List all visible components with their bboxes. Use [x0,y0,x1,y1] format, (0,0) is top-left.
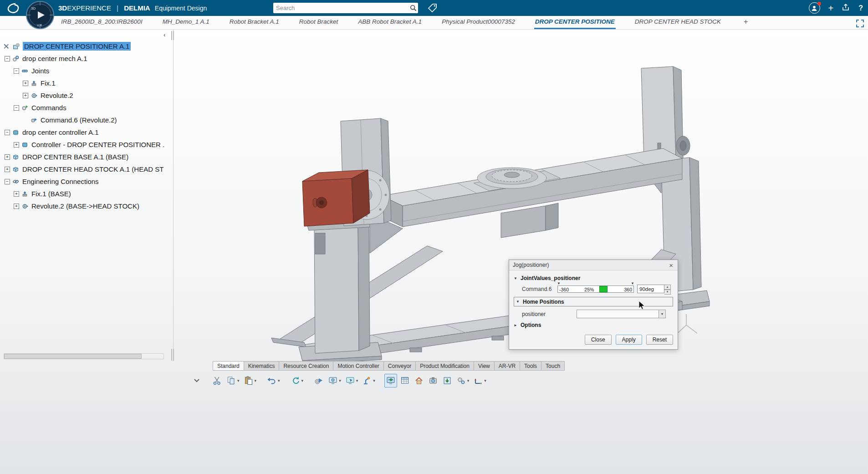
collapse-panel-icon[interactable]: ‹ [163,31,165,38]
spin-up-icon[interactable]: ▲ [664,285,671,290]
robot-task-icon[interactable]: ▾ [361,374,377,387]
mechanism-player-icon[interactable] [312,374,325,387]
tree-item-label[interactable]: Command.6 (Revolute.2) [41,116,117,124]
dropdown-arrow-icon[interactable]: ▾ [484,378,486,383]
save-state-icon[interactable] [441,374,454,387]
tree-item[interactable]: +DROP CENTER HEAD STOCK A.1 (HEAD ST [0,163,173,175]
ribbon-tab-view[interactable]: View [474,361,494,371]
paste-icon[interactable]: ▾ [242,374,258,387]
update-icon[interactable]: ▾ [289,374,305,387]
copy-icon[interactable]: ▾ [225,374,241,387]
tree-item-label[interactable]: Revolute.2 (BASE->HEAD STOCK) [31,202,139,210]
tree-item-label[interactable]: Commands [31,104,66,112]
tree-item-label[interactable]: Revolute.2 [41,92,73,99]
home-position-dropdown[interactable]: ▼ [577,310,666,318]
share-icon[interactable] [842,3,850,13]
tag-icon[interactable] [427,3,438,14]
splitter-grip[interactable] [171,349,172,361]
tree-item[interactable]: −Joints [0,65,173,77]
teach-icon[interactable]: ▾ [344,374,360,387]
tree-item[interactable]: +DROP CENTER BASE A.1 (BASE) [0,151,173,163]
joint-values-section-header[interactable]: ▼ JointValues_positioner [514,275,673,281]
dropdown-arrow-icon[interactable]: ▾ [467,378,470,383]
tree-item-label[interactable]: drop center mech A.1 [22,55,87,62]
tree-item-label[interactable]: Engineering Connections [22,178,99,185]
3ds-logo[interactable] [4,1,23,15]
document-tab[interactable]: Robot Bracket A.1 [229,15,280,29]
compass-widget[interactable]: 3D V.R [26,0,55,30]
tree-item-label[interactable]: DROP CENTER HEAD STOCK A.1 (HEAD ST [22,165,163,173]
dropdown-arrow-icon[interactable]: ▾ [278,378,280,383]
collapse-minus-icon[interactable]: − [5,130,10,135]
frame-axes-icon[interactable]: ▾ [472,374,488,387]
command-slider[interactable]: ▼ ▼ -360 25% 360 [557,285,634,293]
ribbon-tab-conveyor[interactable]: Conveyor [383,361,415,371]
toolbar-overflow-icon[interactable] [190,374,203,387]
ribbon-tab-touch[interactable]: Touch [541,361,565,371]
document-tab[interactable]: IRB_2600ID_8_200:IRB2600I [60,15,143,29]
help-icon[interactable]: ? [858,4,863,12]
search-input[interactable] [273,3,408,13]
dropdown-arrow-icon[interactable]: ▾ [339,378,341,383]
tree-item-label[interactable]: Controller - DROP CENTER POSITIONER . [31,141,164,148]
reset-button[interactable]: Reset [646,335,673,345]
snapshot-icon[interactable] [427,374,439,387]
document-tab[interactable]: ABB Robot Bracket A.1 [357,15,423,29]
options-section-header[interactable]: ► Options [514,322,673,328]
collapse-minus-icon[interactable]: − [14,105,19,111]
fullscreen-icon[interactable] [856,19,864,28]
tree-item-label[interactable]: Joints [31,67,49,75]
ribbon-tab-resource-creation[interactable]: Resource Creation [279,361,333,371]
collapse-minus-icon[interactable]: − [5,179,10,184]
joint-table-icon[interactable] [398,374,411,387]
add-content-icon[interactable]: + [828,4,834,13]
close-button[interactable]: Close [585,335,612,345]
tree-item[interactable]: Command.6 (Revolute.2) [0,114,173,126]
hscrollbar-thumb[interactable] [4,354,142,359]
splitter-grip[interactable] [173,31,174,40]
ribbon-tab-motion-controller[interactable]: Motion Controller [333,361,383,371]
home-position-icon[interactable] [413,374,425,387]
collapse-minus-icon[interactable]: − [14,68,19,74]
tree-hscrollbar[interactable] [4,353,164,359]
tree-item[interactable]: +Controller - DROP CENTER POSITIONER . [0,138,173,151]
expand-plus-icon[interactable]: + [14,191,19,197]
ribbon-tab-product-modification[interactable]: Product Modification [415,361,474,371]
chevron-down-icon[interactable]: ▼ [659,310,665,318]
search-icon[interactable] [408,3,418,13]
tree-item-label[interactable]: Fix.1 (BASE) [31,190,71,198]
tree-item[interactable]: +Fix.1 [0,77,173,89]
undo-icon[interactable]: ▾ [266,374,281,387]
dropdown-arrow-icon[interactable]: ▾ [301,378,304,383]
dropdown-arrow-icon[interactable]: ▾ [356,378,358,383]
expand-plus-icon[interactable]: + [5,154,10,160]
expand-plus-icon[interactable]: + [14,204,19,209]
ribbon-tab-kinematics[interactable]: Kinematics [244,361,279,371]
cut-icon[interactable] [211,374,224,387]
tree-item-label[interactable]: DROP CENTER BASE A.1 (BASE) [22,153,128,161]
tree-item-label[interactable]: drop center controller A.1 [22,128,99,136]
user-avatar-icon[interactable] [809,2,820,14]
document-tab[interactable]: Robot Bracket [298,15,339,29]
expand-plus-icon[interactable]: + [23,81,28,86]
splitter-grip[interactable] [173,349,174,361]
jog-mechanism-icon[interactable] [384,374,397,387]
dropdown-arrow-icon[interactable]: ▾ [373,378,375,383]
tree-item[interactable]: −Commands [0,102,173,114]
dropdown-arrow-icon[interactable]: ▾ [255,378,257,383]
new-tab-button[interactable]: + [740,15,752,29]
tree-item[interactable]: +Revolute.2 (BASE->HEAD STOCK) [0,200,173,212]
ribbon-tab-standard[interactable]: Standard [213,361,244,371]
expand-plus-icon[interactable]: + [23,93,28,98]
ribbon-tab-tools[interactable]: Tools [520,361,541,371]
home-positions-section-header[interactable]: ▼ Home Positions [514,297,673,306]
tree-item[interactable]: −Engineering Connections [0,175,173,188]
simulation-icon[interactable]: ▾ [327,374,342,387]
expand-plus-icon[interactable]: + [5,167,10,172]
tree-item[interactable]: −drop center mech A.1 [0,52,173,65]
splitter-grip[interactable] [171,31,172,40]
document-tab[interactable]: Physical Product00007352 [441,15,516,29]
tree-item[interactable]: DROP CENTER POSITIONER A.1 [0,40,173,52]
expand-plus-icon[interactable]: + [14,142,19,148]
command-value-input[interactable] [637,285,664,293]
